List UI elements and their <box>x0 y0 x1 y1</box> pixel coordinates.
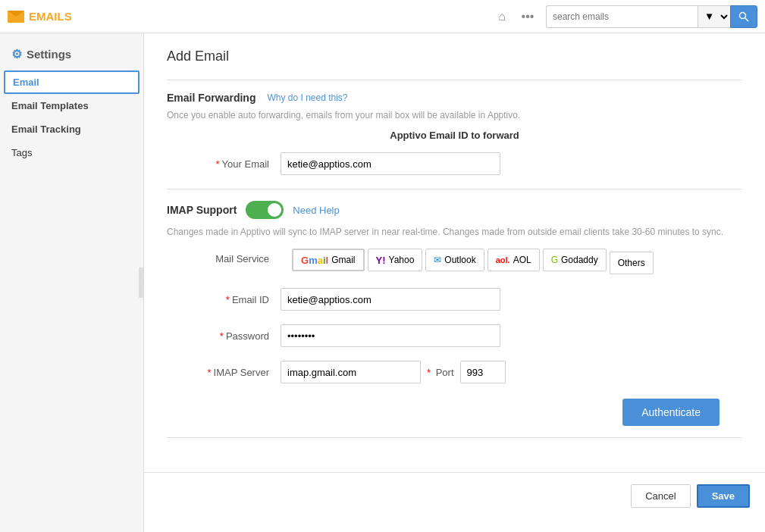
imap-server-port-group: * Port <box>281 361 506 383</box>
settings-label: Settings <box>27 48 71 61</box>
why-do-i-need-this-link[interactable]: Why do I need this? <box>267 92 347 103</box>
yahoo-icon: Y! <box>376 255 386 266</box>
email-forwarding-title: Email Forwarding <box>167 92 256 104</box>
aol-button[interactable]: aol. AOL <box>488 249 540 271</box>
sidebar-item-email-templates[interactable]: Email Templates <box>0 94 143 117</box>
sidebar-item-email-tracking[interactable]: Email Tracking <box>0 117 143 141</box>
imap-server-input[interactable] <box>281 361 421 383</box>
home-icon[interactable]: ⌂ <box>491 6 513 27</box>
sidebar-item-email[interactable]: Email <box>4 70 140 94</box>
email-icon <box>8 11 24 23</box>
svg-point-0 <box>740 12 746 18</box>
email-id-row: *Email ID <box>167 288 742 311</box>
save-button[interactable]: Save <box>697 484 750 508</box>
settings-header: ⚙ Settings <box>0 41 143 70</box>
search-button[interactable] <box>730 5 757 28</box>
header-nav: ⌂ ••• <box>491 6 538 27</box>
required-star-imap: * <box>207 367 211 378</box>
imap-need-help-link[interactable]: Need Help <box>293 205 339 216</box>
others-label: Others <box>618 258 645 268</box>
search-area: ▼ <box>546 5 757 28</box>
godaddy-button[interactable]: G Godaddy <box>543 249 607 271</box>
divider-top <box>167 80 742 80</box>
required-star-password: * <box>220 330 224 342</box>
app-logo: EMAILS <box>8 10 72 23</box>
email-forwarding-description: Once you enable auto forwarding, emails … <box>167 110 742 120</box>
password-row: *Password <box>167 324 742 347</box>
bottom-actions: Cancel Save <box>144 472 765 519</box>
cancel-button[interactable]: Cancel <box>631 484 690 508</box>
more-icon[interactable]: ••• <box>517 6 538 27</box>
required-star-email-id: * <box>226 294 230 305</box>
sidebar: ⚙ Settings Email Email Templates Email T… <box>0 33 144 532</box>
imap-server-row: *IMAP Server * Port <box>167 361 742 383</box>
page-title: Add Email <box>167 49 742 64</box>
apptivo-email-id-label: Apptivo Email ID to forward <box>167 130 742 141</box>
authenticate-button[interactable]: Authenticate <box>622 399 720 426</box>
port-label: * Port <box>427 367 454 378</box>
mail-service-label: Mail Service <box>167 249 281 264</box>
port-input[interactable] <box>460 361 506 383</box>
godaddy-label: Godaddy <box>561 255 598 265</box>
mail-service-row: Mail Service Gmail Gmail Y! Yahoo ✉ <box>167 249 742 274</box>
gmail-icon: Gmail <box>301 255 328 266</box>
email-id-label: *Email ID <box>167 294 281 305</box>
outlook-icon: ✉ <box>434 255 441 265</box>
divider-imap <box>167 189 742 189</box>
email-forwarding-header: Email Forwarding Why do I need this? <box>167 92 742 104</box>
main-layout: ⚙ Settings Email Email Templates Email T… <box>0 33 765 532</box>
your-email-row: *Your Email <box>167 152 742 175</box>
imap-toggle-switch[interactable] <box>246 201 284 219</box>
sidebar-item-tags[interactable]: Tags <box>0 141 143 164</box>
gear-icon: ⚙ <box>11 47 22 61</box>
authenticate-row: Authenticate <box>167 399 742 426</box>
required-star: * <box>216 158 220 170</box>
outlook-button[interactable]: ✉ Outlook <box>425 249 484 271</box>
others-button[interactable]: Others <box>610 252 654 274</box>
app-header: EMAILS ⌂ ••• ▼ <box>0 0 765 33</box>
password-label: *Password <box>167 330 281 342</box>
gmail-label: Gmail <box>331 255 355 265</box>
password-input[interactable] <box>281 324 500 347</box>
divider-bottom <box>167 437 742 438</box>
godaddy-icon: G <box>551 255 558 265</box>
yahoo-label: Yahoo <box>389 255 415 265</box>
your-email-label: *Your Email <box>167 158 281 170</box>
search-dropdown[interactable]: ▼ <box>698 5 730 28</box>
search-input[interactable] <box>546 5 698 28</box>
aol-icon: aol. <box>496 255 510 264</box>
imap-support-label: IMAP Support <box>167 204 237 216</box>
svg-line-1 <box>745 17 749 21</box>
imap-description: Changes made in Apptivo will sync to IMA… <box>167 227 742 237</box>
outlook-label: Outlook <box>444 255 475 265</box>
gmail-button[interactable]: Gmail Gmail <box>292 249 365 271</box>
imap-toggle-row: IMAP Support Need Help <box>167 201 742 219</box>
main-content: Add Email Email Forwarding Why do I need… <box>144 33 765 532</box>
imap-support-section: IMAP Support Need Help Changes made in A… <box>167 201 742 237</box>
content-area: Add Email Email Forwarding Why do I need… <box>144 33 765 465</box>
yahoo-button[interactable]: Y! Yahoo <box>368 249 423 271</box>
aol-label: AOL <box>513 255 531 265</box>
imap-server-label: *IMAP Server <box>167 367 281 378</box>
mail-buttons-group: Gmail Gmail Y! Yahoo ✉ Outlook aol. A <box>292 249 654 274</box>
your-email-input[interactable] <box>281 152 500 175</box>
email-id-input[interactable] <box>281 288 500 311</box>
app-name: EMAILS <box>29 10 72 23</box>
